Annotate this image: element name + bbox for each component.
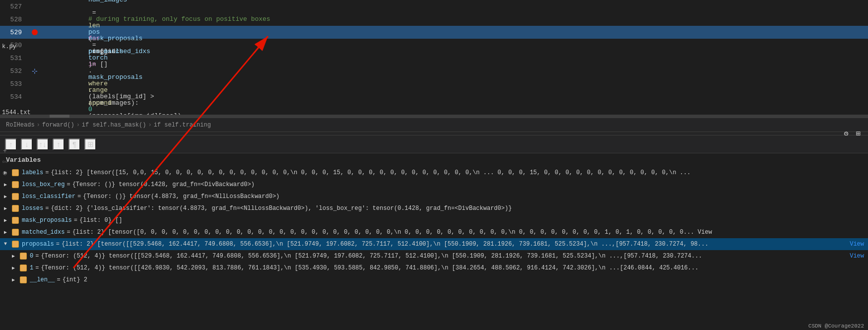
watch-icon[interactable]: ○○ [0,157,9,166]
var-value-p0: {Tensor: (512, 4)} tensor([[529.5468, 16… [41,253,848,260]
continue-button[interactable]: ↑ [53,138,65,150]
debug-panel: ↑ ↓ ↑↓ ↑ ¶ ⊞ Variables ▶ labels = {list:… [0,135,868,330]
var-value-p1: {Tensor: (512, 4)} tensor([[426.9830, 54… [41,264,864,271]
var-icon-lc [12,193,19,200]
var-eq-lc: = [77,193,81,200]
expand-icon-mp: ▶ [4,217,12,223]
breadcrumb-sep-3: › [148,122,151,129]
expand-icon-mi: ▶ [4,229,12,235]
var-name-len: __len__ [30,276,55,283]
var-value-mi: {list: 2} [tensor([0, 0, 0, 0, 0, 0, 0, … [72,229,864,236]
var-eq-mp: = [74,217,77,224]
var-eq-p1: = [35,264,39,271]
var-row-mask-proposals[interactable]: ▶ mask_proposals = {list: 0} [] [0,214,868,226]
breakpoint-dot-529 [32,29,38,35]
var-icon-p0 [20,253,27,260]
bookmark-icon-532: ⊹ [32,67,38,75]
breakpoint-532: ⊹ [30,67,40,75]
breadcrumb-roiheads[interactable]: RoIHeads [6,122,35,129]
code-lines: 527 528 # during training, only focus on… [0,0,868,115]
var-value-lbr: {Tensor: ()} tensor(0.1428, grad_fn=<Div… [72,181,864,188]
breakpoint-529 [30,29,40,35]
line-number-528: 528 [0,16,30,23]
var-icon-proposals [12,241,19,248]
var-name-losses: losses [22,205,43,212]
var-name-p0: 0 [30,253,33,260]
expand-icon-lc: ▶ [4,194,12,199]
var-row-losses[interactable]: ▶ losses = {dict: 2} {'loss_classifier':… [0,202,868,214]
var-eq-lbr: = [67,181,70,188]
line-number-533: 533 [0,80,30,88]
var-row-proposals-1[interactable]: ▶ 1 = {Tensor: (512, 4)} tensor([[426.98… [0,262,868,274]
var-eq-labels: = [45,169,49,176]
var-row-loss-box-reg[interactable]: ▶ loss_box_reg = {Tensor: ()} tensor(0.1… [0,179,868,191]
var-row-matched-idxs[interactable]: ▶ matched_idxs = {list: 2} [tensor([0, 0… [0,226,868,238]
var-row-proposals-0[interactable]: ▶ 0 = {Tensor: (512, 4)} tensor([[529.54… [0,250,868,262]
line-number-534: 534 [0,93,30,101]
breadcrumb: RoIHeads › forward() › if self.has_mask(… [0,118,868,132]
var-value-mp: {list: 0} [] [79,217,864,224]
var-row-labels[interactable]: ▶ labels = {list: 2} [tensor([15, 0,0, 1… [0,167,868,179]
var-name-lc: loss_classifier [22,193,75,200]
expand-icon-proposals: ▼ [4,241,12,247]
attribution-text: CSDN @Courage2022 [808,323,864,329]
variables-title: Variables [0,153,868,167]
var-icon-labels [12,169,19,176]
var-value-len: {int} 2 [63,276,864,283]
expand-icon-losses: ▶ [4,205,12,211]
var-name-mi: matched_idxs [22,229,65,236]
format-button[interactable]: ¶ [68,138,80,150]
var-eq-losses: = [45,205,49,212]
var-eq-p0: = [35,253,39,260]
var-eq-mi: = [67,229,70,236]
table-button[interactable]: ⊞ [84,138,96,150]
panel-divider: ⚙ ⊞ [0,132,868,135]
debug-toolbar: ↑ ↓ ↑↓ ↑ ¶ ⊞ [0,135,868,153]
var-link-proposals[interactable]: View [850,241,864,248]
var-row-len[interactable]: ▶ __len__ = {int} 2 [0,274,868,286]
code-content-534: mask_proposals . append (proposals[img_i… [40,45,181,115]
variables-section: ▶ labels = {list: 2} [tensor([15, 0,0, 1… [0,167,868,330]
expand-icon-lbr: ▶ [4,182,12,188]
record-icon[interactable]: ◎ [0,168,9,177]
var-row-loss-cls[interactable]: ▶ loss_classifier = {Tensor: ()} tensor(… [0,191,868,202]
step-into-button[interactable]: ↓ [21,138,33,150]
line-number-532: 532 [0,67,30,75]
var-icon-mi [12,229,19,236]
var-link-p0[interactable]: View [850,253,864,260]
file-label-1: k.py [0,42,18,51]
var-value-lc: {Tensor: ()} tensor(4.8873, grad_fn=<Nll… [83,193,864,200]
line-number-531: 531 [0,55,30,62]
expand-icon-p0: ▶ [12,253,20,259]
var-icon-mp [12,217,19,224]
breadcrumb-has-mask[interactable]: if self.has_mask() [82,122,146,129]
var-icon-p1 [20,264,27,271]
breadcrumb-sep-1: › [37,122,40,129]
var-row-proposals[interactable]: ▼ proposals = {list: 2} [tensor([[529.54… [0,238,868,250]
h-scrollbar[interactable] [0,115,868,118]
breadcrumb-sep-2: › [76,122,80,129]
file-label-2: 1544.txt [0,108,33,117]
breadcrumb-forward[interactable]: forward() [42,122,74,129]
var-eq-len: = [57,276,60,283]
scrollbar-thumb[interactable] [50,115,69,118]
code-editor: 527 528 # during training, only focus on… [0,0,868,132]
var-name-mp: mask_proposals [22,217,72,224]
line-number-527: 527 [0,3,30,10]
var-name-lbr: loss_box_reg [22,181,65,188]
breadcrumb-training[interactable]: if self.training [154,122,211,129]
bottom-bar: CSDN @Courage2022 [804,322,868,330]
expand-icon-len: ▶ [12,277,20,283]
var-name-proposals: proposals [22,241,54,248]
var-value-labels: {list: 2} [tensor([15, 0,0, 15, 0, 0, 0,… [51,169,864,176]
var-value-losses: {dict: 2} {'loss_classifier': tensor(4.8… [51,205,864,212]
step-out-button[interactable]: ↑↓ [37,138,49,150]
var-icon-len [20,276,27,283]
var-eq-proposals: = [56,241,60,248]
expand-icon-p1: ▶ [12,265,20,271]
var-icon-lbr [12,181,19,188]
add-watch-icon[interactable]: + [0,146,9,155]
var-name-labels: labels [22,169,43,176]
var-name-p1: 1 [30,264,33,271]
var-value-proposals: {list: 2} [tensor([[529.5468, 162.4417, … [62,241,848,248]
